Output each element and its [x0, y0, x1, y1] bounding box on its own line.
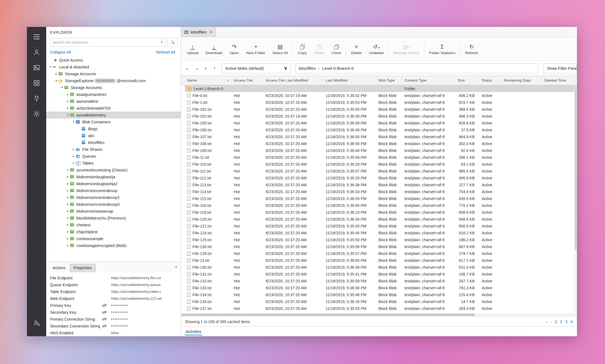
- page-2[interactable]: 2: [560, 319, 562, 324]
- tree-item-abc[interactable]: abc: [46, 132, 181, 139]
- search-input[interactable]: [50, 40, 158, 45]
- expander-icon[interactable]: ▸: [66, 237, 70, 240]
- expander-icon[interactable]: ▸: [66, 175, 70, 179]
- account-icon[interactable]: [31, 47, 42, 58]
- table-row[interactable]: File-133.txtHot6/23/2020, 10:37:20 AM11/…: [185, 284, 577, 291]
- back-button[interactable]: ←: [183, 65, 191, 71]
- tree-item-acbizzletestab8703[interactable]: ▸acbizzletestab8703: [46, 105, 181, 112]
- tab-actions[interactable]: Actions: [49, 264, 69, 272]
- tree-item-file-shares[interactable]: ▸File Shares: [46, 146, 181, 153]
- forward-button[interactable]: →: [193, 65, 201, 71]
- table-row[interactable]: File-108.txtHot6/23/2020, 10:37:20 AM11/…: [185, 140, 577, 147]
- column-header-status[interactable]: Status: [480, 76, 502, 85]
- vertical-scrollbar-thumb[interactable]: [575, 86, 577, 250]
- table-row[interactable]: File-115.txtHot6/23/2020, 10:37:20 AM11/…: [185, 195, 577, 202]
- panel-collapse-caret-icon[interactable]: ∨: [175, 265, 177, 269]
- toggle-visibility-icon[interactable]: [102, 304, 107, 307]
- expander-icon[interactable]: ▸: [72, 148, 76, 151]
- attach-icon[interactable]: [31, 62, 42, 73]
- table-row[interactable]: File-112.txtHot6/23/2020, 10:37:20 AM11/…: [185, 174, 577, 181]
- tree-item-blobversioncentraleusp3[interactable]: ▸blobversioncentraleusp3: [46, 201, 181, 208]
- undelete-button[interactable]: ↺▾Undelete: [365, 43, 387, 55]
- expander-icon[interactable]: ▾: [72, 120, 76, 124]
- tree-item-chipchiptest[interactable]: ▸chipchiptest: [46, 228, 181, 235]
- show-filter-panel-button[interactable]: Show Filter Panel: [543, 63, 577, 73]
- expander-icon[interactable]: ▸: [66, 182, 70, 185]
- tree-item-blobversionbugbashja[interactable]: ▸blobversionbugbashja: [46, 173, 181, 180]
- delete-button[interactable]: ×Delete: [347, 43, 365, 55]
- activities-bar[interactable]: Activities: [181, 326, 577, 336]
- table-row[interactable]: File-106.txtHot6/23/2020, 10:37:20 AM11/…: [185, 126, 577, 133]
- settings-gear-icon[interactable]: [31, 108, 42, 119]
- expander-icon[interactable]: ▸: [66, 202, 70, 206]
- column-header-name[interactable]: Name∧: [185, 76, 232, 85]
- expander-icon[interactable]: ▸: [66, 106, 70, 110]
- table-row[interactable]: File-110.txtHot6/23/2020, 10:37:20 AM11/…: [185, 161, 577, 168]
- tree-item-aamonaltest[interactable]: ▸aamonaltest: [46, 98, 181, 105]
- toggle-visibility-icon[interactable]: [102, 324, 107, 328]
- expander-icon[interactable]: ▸: [66, 93, 70, 96]
- expander-icon[interactable]: ▸: [66, 99, 70, 103]
- expander-icon[interactable]: ▸: [54, 72, 58, 76]
- column-header-last-modified[interactable]: Last Modified: [323, 76, 376, 85]
- expander-icon[interactable]: ▾: [54, 79, 58, 82]
- refresh-button[interactable]: ↻Refresh: [461, 43, 482, 55]
- tree-item-local-attached[interactable]: ▾Local & Attached: [46, 63, 181, 70]
- tree-item-blob-containers[interactable]: ▾Blob Containers: [46, 118, 181, 125]
- collapse-all-link[interactable]: Collapse All: [50, 50, 71, 54]
- expander-icon[interactable]: ▸: [66, 223, 70, 227]
- table-row[interactable]: File-11.txtHot6/23/2020, 10:37:20 AM11/1…: [185, 154, 577, 161]
- table-row[interactable]: File-107.txtHot6/23/2020, 10:37:20 AM11/…: [185, 133, 577, 140]
- table-row[interactable]: File-1.txtHot6/23/2020, 10:37:20 AM11/18…: [185, 99, 577, 106]
- table-row[interactable]: File-130.txtHot6/23/2020, 10:37:20 AM11/…: [185, 264, 577, 271]
- vertical-scrollbar[interactable]: [574, 85, 577, 313]
- table-row[interactable]: File-0.txtHot6/23/2020, 10:37:19 AM11/18…: [185, 92, 577, 99]
- copy-button[interactable]: Copy: [294, 43, 311, 55]
- table-row[interactable]: File-105.txtHot6/23/2020, 10:37:20 AM11/…: [185, 120, 577, 126]
- search-button[interactable]: [167, 38, 178, 47]
- tree-item-quick-access[interactable]: Quick Access: [46, 57, 181, 63]
- apps-grid-icon[interactable]: [31, 77, 42, 88]
- open-button[interactable]: ↷Open: [226, 43, 243, 55]
- table-row-folder[interactable]: Level-1-Branch-0Folder: [185, 85, 577, 92]
- table-row[interactable]: File-134.txtHot6/23/2020, 10:37:20 AM11/…: [185, 291, 577, 298]
- tree-item-chettest[interactable]: ▸chettest: [46, 221, 181, 228]
- tree-item-blobversionbugbashja2[interactable]: ▸blobversionbugbashja2: [46, 180, 181, 187]
- table-row[interactable]: File-121.txtHot6/23/2020, 10:37:20 AM11/…: [185, 223, 577, 229]
- expander-icon[interactable]: ▸: [72, 154, 76, 158]
- table-row[interactable]: File-114.txtHot6/23/2020, 10:37:20 AM11/…: [185, 188, 577, 195]
- expander-icon[interactable]: ▾: [66, 113, 70, 117]
- expander-icon[interactable]: ▸: [66, 196, 70, 199]
- tab-properties[interactable]: Properties: [70, 264, 96, 272]
- table-row[interactable]: File-132.txtHot6/23/2020, 10:37:20 AM11/…: [185, 277, 577, 284]
- column-header-access-tier[interactable]: Access Tier: [232, 76, 263, 85]
- table-row[interactable]: File-113.txtHot6/23/2020, 10:37:20 AM11/…: [185, 181, 577, 188]
- tree-item-coolstorageencrypted-blob[interactable]: ▸coolstorageencrypted (Blob): [46, 242, 181, 249]
- table-row[interactable]: File-124.txtHot6/23/2020, 10:37:20 AM11/…: [185, 229, 577, 236]
- clone-button[interactable]: Clone: [328, 43, 345, 55]
- expander-icon[interactable]: ▾: [48, 65, 53, 69]
- tree-item-blobversioneasteuap[interactable]: ▸blobversioneasteuap: [46, 208, 181, 215]
- tab-lotsoffiles[interactable]: lotsoffiles ×: [181, 27, 216, 37]
- column-header-remaining-days[interactable]: Remaining Days: [502, 76, 542, 85]
- expander-icon[interactable]: ▸: [66, 244, 70, 247]
- tree-item-asadguimantest1[interactable]: ▸asadguimantest1: [46, 91, 181, 98]
- tree-item-azcodetelemetry[interactable]: ▾azcodetelemetry: [46, 112, 181, 118]
- table-row[interactable]: File-137.txtHot6/23/2020, 10:37:20 AM11/…: [185, 305, 577, 312]
- horizontal-scrollbar-thumb[interactable]: [182, 314, 475, 316]
- new-folder-button[interactable]: +New Folder: [243, 43, 269, 55]
- explorer-activity-icon[interactable]: [31, 31, 42, 42]
- expander-icon[interactable]: ▸: [66, 209, 70, 213]
- table-row[interactable]: File-135.txtHot6/23/2020, 10:37:20 AM11/…: [185, 298, 577, 305]
- tree-item-blockblobtestchu-premium[interactable]: ▸blockblobtestchu (Premium): [46, 215, 181, 221]
- table-row[interactable]: File-116.txtHot6/23/2020, 10:37:20 AM11/…: [185, 202, 577, 209]
- tree-item-queues[interactable]: ▸Queues: [46, 153, 181, 160]
- expander-icon[interactable]: ▸: [72, 161, 76, 165]
- tree-item-blobversioncentraleusp2[interactable]: ▸blobversioncentraleusp2: [46, 194, 181, 201]
- tree-item-tables[interactable]: ▸Tables: [46, 160, 181, 166]
- tree-item-storage-accounts[interactable]: ▸Storage Accounts: [46, 70, 181, 77]
- toggle-visibility-icon[interactable]: [102, 310, 107, 314]
- clear-search-icon[interactable]: ×: [158, 40, 166, 45]
- breadcrumb-folder[interactable]: Level-0-Branch-0: [322, 66, 354, 71]
- table-row[interactable]: File-102.txtHot6/23/2020, 10:37:19 AM11/…: [185, 113, 577, 120]
